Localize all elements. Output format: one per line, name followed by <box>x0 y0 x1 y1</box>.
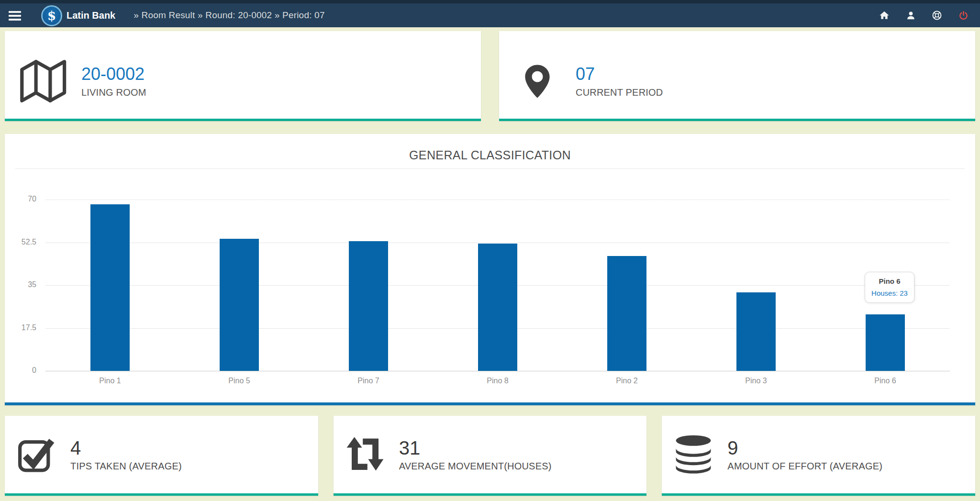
check-square-icon <box>16 435 56 474</box>
chart-bar-pino-1[interactable] <box>90 204 130 371</box>
average-movement-value: 31 <box>399 438 552 458</box>
user-icon[interactable] <box>905 10 916 21</box>
y-tick-label: 17.5 <box>5 323 36 332</box>
y-gridline <box>45 243 950 243</box>
room-card: 20-0002 LIVING ROOM <box>5 31 481 121</box>
x-category-label: Pino 1 <box>62 377 158 385</box>
average-movement-card: 31 AVERAGE MOVEMENT(HOUSES) <box>334 416 647 496</box>
amount-effort-label: AMOUNT OF EFFORT (AVERAGE) <box>727 461 882 472</box>
y-tick-label: 52.5 <box>5 238 36 246</box>
tips-taken-card: 4 TIPS TAKEN (AVERAGE) <box>5 416 318 496</box>
x-category-label: Pino 2 <box>579 377 675 385</box>
y-gridline <box>45 200 950 200</box>
loop-arrows-icon <box>345 435 385 474</box>
main-content: 20-0002 LIVING ROOM 07 CURRENT PERIOD GE… <box>0 27 980 496</box>
chart-card: GENERAL CLASSIFICATION 017.53552.570Pino… <box>5 134 975 405</box>
top-navbar: $ Latin Bank » Room Result » Round: 20-0… <box>0 0 980 27</box>
brand[interactable]: $ Latin Bank <box>41 4 115 26</box>
amount-effort-value: 9 <box>727 438 882 458</box>
stats-row: 4 TIPS TAKEN (AVERAGE) 31 AVERAGE MOVEME… <box>5 416 975 496</box>
summary-row: 20-0002 LIVING ROOM 07 CURRENT PERIOD <box>5 31 975 121</box>
average-movement-text: 31 AVERAGE MOVEMENT(HOUSES) <box>399 438 552 472</box>
navbar-actions <box>879 10 973 21</box>
round-label: LIVING ROOM <box>81 87 146 98</box>
tips-taken-value: 4 <box>70 438 182 458</box>
y-tick-label: 35 <box>5 280 36 289</box>
x-category-label: Pino 8 <box>450 377 546 385</box>
dollar-glyph: $ <box>47 10 56 22</box>
location-pin-icon <box>512 56 562 106</box>
tips-taken-label: TIPS TAKEN (AVERAGE) <box>70 461 182 472</box>
chart-bar-pino-5[interactable] <box>220 239 259 371</box>
period-label: CURRENT PERIOD <box>576 87 663 98</box>
chart-bar-pino-2[interactable] <box>607 256 646 371</box>
bar-chart: 017.53552.570Pino 1Pino 5Pino 7Pino 8Pin… <box>5 134 975 402</box>
brand-name: Latin Bank <box>67 10 115 21</box>
breadcrumb[interactable]: » Room Result » Round: 20-0002 » Period:… <box>134 10 324 21</box>
period-card: 07 CURRENT PERIOD <box>499 31 975 121</box>
x-category-label: Pino 7 <box>321 377 416 385</box>
menu-toggle-button[interactable] <box>9 11 21 21</box>
y-tick-label: 0 <box>5 366 36 375</box>
home-icon[interactable] <box>879 10 890 21</box>
support-icon[interactable] <box>932 10 942 21</box>
chart-bar-pino-8[interactable] <box>478 244 517 371</box>
power-icon[interactable] <box>958 10 969 21</box>
room-card-text: 20-0002 LIVING ROOM <box>81 64 146 98</box>
average-movement-label: AVERAGE MOVEMENT(HOUSES) <box>399 461 552 472</box>
chart-bar-pino-6[interactable] <box>866 314 905 371</box>
chart-tooltip: Pino 6Houses: 23 <box>865 272 914 303</box>
chart-bar-pino-7[interactable] <box>349 241 388 371</box>
tooltip-category: Pino 6 <box>871 277 908 285</box>
x-category-label: Pino 6 <box>837 377 933 385</box>
tips-taken-text: 4 TIPS TAKEN (AVERAGE) <box>70 438 182 472</box>
dashboard-page: $ Latin Bank » Room Result » Round: 20-0… <box>0 0 980 501</box>
x-category-label: Pino 3 <box>708 377 804 385</box>
bank-logo-icon: $ <box>41 5 62 26</box>
amount-effort-card: 9 AMOUNT OF EFFORT (AVERAGE) <box>662 416 975 496</box>
database-icon <box>673 434 713 475</box>
amount-effort-text: 9 AMOUNT OF EFFORT (AVERAGE) <box>727 438 882 472</box>
chart-bar-pino-3[interactable] <box>736 292 776 371</box>
tooltip-value: Houses: 23 <box>871 289 908 297</box>
period-card-text: 07 CURRENT PERIOD <box>576 64 663 98</box>
round-value: 20-0002 <box>81 64 146 84</box>
y-gridline <box>45 371 950 371</box>
x-category-label: Pino 5 <box>191 377 287 385</box>
period-value: 07 <box>576 64 663 84</box>
y-tick-label: 70 <box>5 195 36 203</box>
map-icon <box>18 57 68 106</box>
